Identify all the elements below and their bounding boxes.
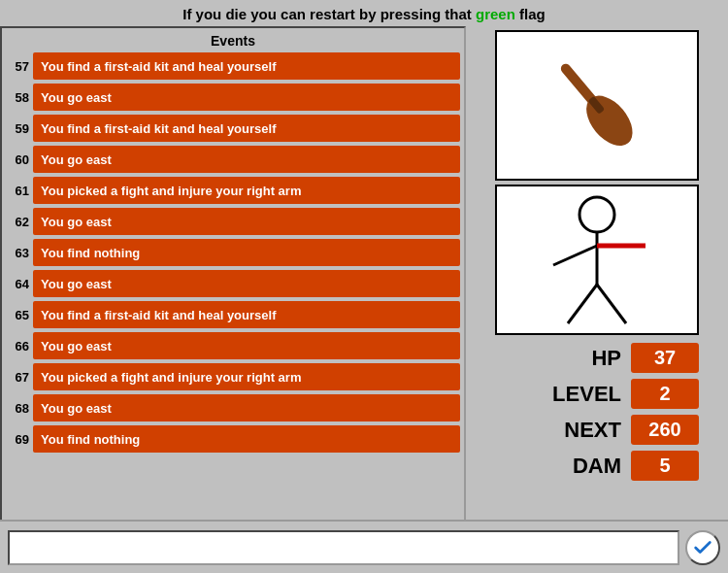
level-row: LEVEL 2: [495, 379, 699, 409]
event-text: You go east: [33, 332, 460, 359]
table-row: 60You go east: [4, 145, 460, 174]
hp-value: 37: [631, 343, 699, 373]
event-text: You find nothing: [33, 239, 460, 266]
submit-button[interactable]: [685, 530, 720, 565]
character-image-box: [495, 185, 699, 335]
banner-text-after: flag: [515, 6, 546, 22]
next-value: 260: [631, 415, 699, 445]
table-row: 68You go east: [4, 393, 460, 422]
svg-point-3: [579, 197, 614, 232]
event-text: You find a first-aid kit and heal yourse…: [33, 52, 460, 80]
banner-green: green: [476, 6, 515, 22]
table-row: 66You go east: [4, 331, 460, 360]
svg-line-7: [568, 285, 597, 323]
svg-line-8: [597, 285, 626, 323]
dam-label: DAM: [544, 454, 621, 479]
level-label: LEVEL: [544, 382, 621, 407]
event-number: 59: [4, 121, 33, 136]
table-row: 69You find nothing: [4, 424, 460, 454]
event-number: 66: [4, 339, 33, 354]
table-row: 62You go east: [4, 207, 460, 236]
event-number: 57: [4, 59, 33, 74]
next-row: NEXT 260: [495, 415, 699, 445]
command-input[interactable]: [8, 530, 679, 565]
dam-value: 5: [631, 451, 699, 481]
main-layout: Events 57You find a first-aid kit and he…: [0, 26, 728, 522]
checkmark-icon: [692, 537, 713, 558]
table-row: 57You find a first-aid kit and heal your…: [4, 51, 460, 81]
event-text: You picked a fight and injure your right…: [33, 177, 460, 204]
event-text: You picked a fight and injure your right…: [33, 363, 460, 390]
dam-row: DAM 5: [495, 451, 699, 481]
svg-line-5: [553, 246, 597, 265]
stats-area: HP 37 LEVEL 2 NEXT 260 DAM 5: [495, 343, 699, 481]
level-value: 2: [631, 379, 699, 409]
table-row: 67You picked a fight and injure your rig…: [4, 362, 460, 391]
event-number: 61: [4, 184, 33, 198]
event-text: You go east: [33, 84, 460, 111]
events-list[interactable]: 57You find a first-aid kit and heal your…: [4, 51, 462, 518]
table-row: 65You find a first-aid kit and heal your…: [4, 300, 460, 329]
event-number: 64: [4, 277, 33, 291]
table-row: 63You find nothing: [4, 238, 460, 267]
event-number: 62: [4, 215, 33, 229]
event-text: You go east: [33, 270, 460, 297]
event-text: You find nothing: [33, 425, 460, 453]
table-row: 64You go east: [4, 269, 460, 298]
events-panel: Events 57You find a first-aid kit and he…: [0, 26, 466, 522]
event-number: 69: [4, 432, 33, 447]
event-number: 58: [4, 90, 33, 105]
event-text: You go east: [33, 208, 460, 235]
table-row: 58You go east: [4, 83, 460, 112]
next-label: NEXT: [544, 418, 621, 443]
event-number: 60: [4, 152, 33, 167]
event-text: You find a first-aid kit and heal yourse…: [33, 115, 460, 142]
table-row: 61You picked a fight and injure your rig…: [4, 176, 460, 205]
banner-text-before: If you die you can restart by pressing t…: [182, 6, 476, 22]
bat-svg: [510, 43, 684, 169]
hp-label: HP: [544, 346, 621, 371]
top-banner: If you die you can restart by pressing t…: [0, 0, 728, 26]
event-number: 68: [4, 401, 33, 416]
bottom-bar: [0, 520, 728, 573]
event-text: You go east: [33, 394, 460, 421]
table-row: 59You find a first-aid kit and heal your…: [4, 114, 460, 143]
event-number: 63: [4, 246, 33, 260]
event-text: You find a first-aid kit and heal yourse…: [33, 301, 460, 328]
hp-row: HP 37: [495, 343, 699, 373]
events-title: Events: [4, 30, 462, 51]
character-svg: [510, 187, 684, 333]
event-number: 65: [4, 308, 33, 322]
bat-image-box: [495, 30, 699, 181]
event-number: 67: [4, 370, 33, 385]
right-panel: HP 37 LEVEL 2 NEXT 260 DAM 5: [466, 26, 728, 522]
event-text: You go east: [33, 146, 460, 173]
